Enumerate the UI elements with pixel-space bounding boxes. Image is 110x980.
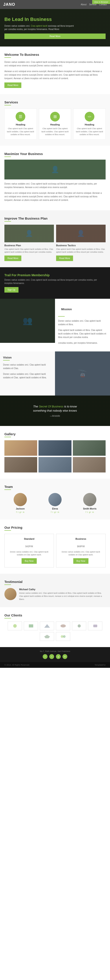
pricing-plan-name-1: Standard xyxy=(7,538,51,540)
vision-image-col: 🚡 xyxy=(55,352,110,396)
improve-card-1: 👤 Business Plan Clas aptent taciti Clas … xyxy=(5,225,54,261)
team-tw-3[interactable]: t xyxy=(87,511,88,513)
service-card-1: ☰ Heading Clas aptent taciti Clas aptent… xyxy=(5,108,37,140)
welcome-title: Welcome To Business xyxy=(5,53,105,56)
team-in-1[interactable]: in xyxy=(23,511,24,513)
pricing-cta-1[interactable]: Buy Now xyxy=(22,558,36,564)
service-card-2: ⊞ Heading Clas aptent taciti Clas aptent… xyxy=(39,108,71,140)
gallery-item-5[interactable] xyxy=(39,457,71,473)
service-icon-1: ☰ xyxy=(16,112,25,121)
trail-signup-button[interactable]: Sign Up xyxy=(5,287,19,293)
team-social-2: f t g+ in xyxy=(39,511,71,513)
footer-bottom: © 2014. All Rights Reserved. TemplateFor xyxy=(0,662,110,668)
team-section: Team Jackson f t g+ in Elena f t g+ in xyxy=(0,479,110,519)
improve-cta-1[interactable]: Read More xyxy=(5,256,21,261)
team-fb-1[interactable]: f xyxy=(16,511,17,513)
mission-title: Mission xyxy=(58,303,82,315)
team-fb-2[interactable]: f xyxy=(51,511,52,513)
welcome-cta-button[interactable]: Read More xyxy=(5,83,21,88)
gallery-section: Gallery xyxy=(0,426,110,479)
vision-row: Vision Donec varius sodales orci. Clas a… xyxy=(0,352,110,396)
team-fb-3[interactable]: f xyxy=(86,511,86,513)
testimonial-name: Michael Cathy xyxy=(19,588,105,591)
improve-card-text-1: Clas aptent taciti Clas aptent taciti so… xyxy=(5,248,54,254)
view-in-browser-btn[interactable]: View In Browser xyxy=(92,0,110,4)
client-logo-7 xyxy=(40,632,54,641)
nav-about[interactable]: About xyxy=(81,3,86,6)
vision-divider xyxy=(3,360,10,361)
gallery-item-1[interactable] xyxy=(5,440,37,456)
team-gp-2[interactable]: g+ xyxy=(54,511,56,513)
team-in-2[interactable]: in xyxy=(58,511,59,513)
gallery-item-6[interactable] xyxy=(73,457,105,473)
gallery-item-3[interactable] xyxy=(73,440,105,456)
mission-text2: Clas aptent taciti sodales et libra. Cla… xyxy=(58,328,107,339)
improve-card-2: 👤 Business Tactics Clas aptent taciti Cl… xyxy=(56,225,105,261)
footer-copyright: © 2014. All Rights Reserved. xyxy=(5,664,30,666)
client-logo-4 xyxy=(56,622,70,630)
mission-divider xyxy=(58,316,65,317)
gallery-item-2[interactable] xyxy=(39,440,71,456)
pricing-plan-name-2: Business xyxy=(59,538,103,540)
pricing-price-1: $42P/M xyxy=(7,542,51,549)
team-card-2: Elena f t g+ in xyxy=(39,493,71,513)
client-logo-1 xyxy=(8,622,22,630)
pricing-card-standard: Standard $42P/M Donec varius sodales orc… xyxy=(5,534,54,568)
service-text-2: Clas aptent taciti Clas aptent taciti so… xyxy=(41,127,69,136)
hero-cta-button[interactable]: Read More xyxy=(5,33,105,39)
welcome-text1: Donec varius sodales orci. Cras aptent t… xyxy=(5,60,105,67)
gallery-divider xyxy=(5,437,11,437)
footer-fb-icon[interactable]: f xyxy=(43,654,47,659)
svg-point-4 xyxy=(78,624,81,627)
footer-gp-icon[interactable]: g xyxy=(56,654,61,659)
pricing-text-1: Donec varius sodales orci. Clas aptent t… xyxy=(7,550,51,557)
nav-logo: JANO xyxy=(3,2,15,7)
maximize-title: Maximize Your Business xyxy=(5,152,105,156)
mission-text3: conubia nostra, per inceptos himenaeos. xyxy=(58,341,107,345)
pricing-title: Our Pricing xyxy=(5,526,105,529)
team-tw-2[interactable]: t xyxy=(53,511,53,513)
client-logo-8 xyxy=(56,632,70,641)
testimonial-divider xyxy=(5,584,11,585)
maximize-img-placeholder: 👤 xyxy=(51,165,59,173)
clients-grid xyxy=(5,622,105,641)
team-name-2: Elena xyxy=(39,508,71,510)
pricing-cta-2[interactable]: Buy Now xyxy=(73,558,88,564)
team-gp-1[interactable]: g+ xyxy=(19,511,22,513)
service-card-3: </> Heading Clas aptent taciti Clas apte… xyxy=(73,108,105,140)
gallery-grid xyxy=(5,440,105,473)
gallery-item-4[interactable] xyxy=(5,457,37,473)
quote-cite: —Aristotle xyxy=(5,415,105,417)
improve-cta-2[interactable]: Read More xyxy=(56,256,73,261)
testimonial-inner: Michael Cathy Donec varius sodales orci.… xyxy=(5,588,105,601)
service-icon-3: </> xyxy=(85,112,94,121)
service-title-3: Heading xyxy=(76,123,103,126)
services-grid: ☰ Heading Clas aptent taciti Clas aptent… xyxy=(5,108,105,140)
testimonial-text: Donec varius sodales orci. Clas aptent t… xyxy=(19,592,105,601)
pricing-text-2: Donec varius sodales orci. Clas aptent t… xyxy=(59,550,103,557)
svg-rect-1 xyxy=(29,624,33,627)
testimonial-avatar xyxy=(5,588,17,600)
vision-title: Vision xyxy=(3,356,52,359)
gallery-title: Gallery xyxy=(5,432,105,436)
team-tw-1[interactable]: t xyxy=(18,511,19,513)
navbar: View In Browser JANO About Service Conta… xyxy=(0,0,110,9)
footer-tw-icon[interactable]: t xyxy=(49,654,54,659)
vision-image: 🚡 xyxy=(55,352,110,396)
client-logo-6 xyxy=(88,622,102,630)
team-name-3: Smith Morris xyxy=(74,508,105,510)
improve-divider xyxy=(5,221,11,221)
quote-section: The Secret Of Business is to knowsomethi… xyxy=(0,396,110,426)
team-divider xyxy=(5,490,11,490)
testimonial-title: Testimonial xyxy=(5,580,105,584)
team-social-1: f t g+ in xyxy=(5,511,36,513)
svg-rect-5 xyxy=(93,625,97,627)
footer-in-icon[interactable]: in xyxy=(63,654,67,659)
improve-title: Improve The Business Plan xyxy=(5,216,105,220)
team-gp-3[interactable]: g+ xyxy=(89,511,91,513)
hero-heading: Be Lead In Business xyxy=(5,16,105,22)
footer-address: No.7, Park Avenue, San Francisco xyxy=(5,650,105,652)
team-in-3[interactable]: in xyxy=(93,511,94,513)
improve-section: Improve The Business Plan 👤 Business Pla… xyxy=(0,210,110,267)
trail-content: Trail For Premium Membership Donec variu… xyxy=(5,274,105,293)
